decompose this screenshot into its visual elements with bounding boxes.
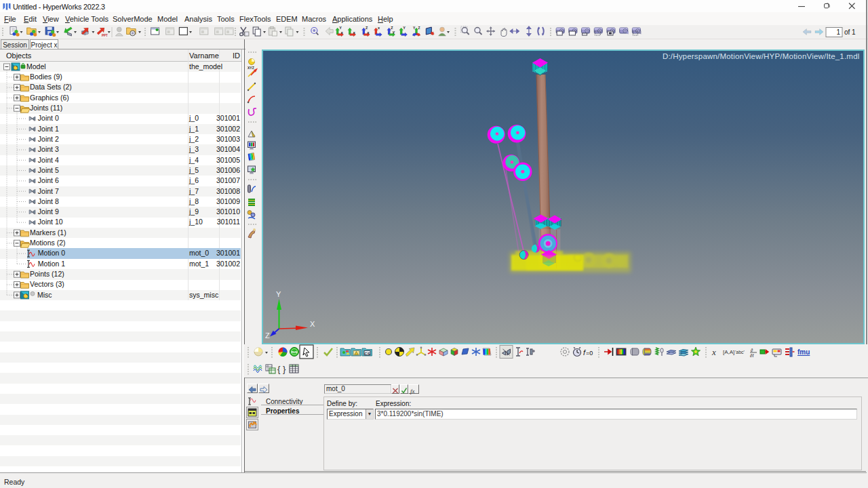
svg-text:'abc': 'abc' bbox=[735, 350, 745, 354]
svg-text:x: x bbox=[711, 347, 716, 357]
svg-text:1: 1 bbox=[836, 28, 840, 36]
svg-text:Y: Y bbox=[393, 30, 395, 35]
svg-text:x: x bbox=[341, 30, 344, 35]
svg-text:of 1: of 1 bbox=[844, 28, 856, 36]
svg-text:PPT: PPT bbox=[102, 34, 108, 37]
svg-text:=0: =0 bbox=[586, 350, 593, 357]
svg-text:Y: Y bbox=[276, 290, 281, 298]
svg-text:x: x bbox=[367, 30, 370, 35]
svg-text:RUN: RUN bbox=[292, 350, 298, 354]
svg-text:∂t: ∂t bbox=[750, 353, 754, 358]
svg-text:x: x bbox=[353, 30, 356, 35]
svg-text:fmu: fmu bbox=[797, 348, 810, 356]
svg-text:Z: Z bbox=[366, 26, 368, 30]
svg-text:XYZ: XYZ bbox=[248, 66, 254, 70]
svg-text:Z: Z bbox=[391, 26, 393, 30]
svg-text:Y: Y bbox=[339, 26, 342, 30]
svg-text:fx: fx bbox=[410, 388, 415, 394]
svg-text:Z: Z bbox=[418, 26, 420, 30]
svg-text:X: X bbox=[310, 320, 315, 328]
svg-text:∂: ∂ bbox=[751, 348, 753, 352]
svg-text:Z: Z bbox=[265, 331, 270, 340]
svg-text:CS: CS bbox=[364, 352, 370, 356]
svg-text:{ }: { } bbox=[277, 364, 286, 374]
svg-text:[A,A]: [A,A] bbox=[723, 349, 734, 355]
svg-text:Y: Y bbox=[403, 26, 406, 30]
svg-text:x: x bbox=[378, 26, 380, 30]
